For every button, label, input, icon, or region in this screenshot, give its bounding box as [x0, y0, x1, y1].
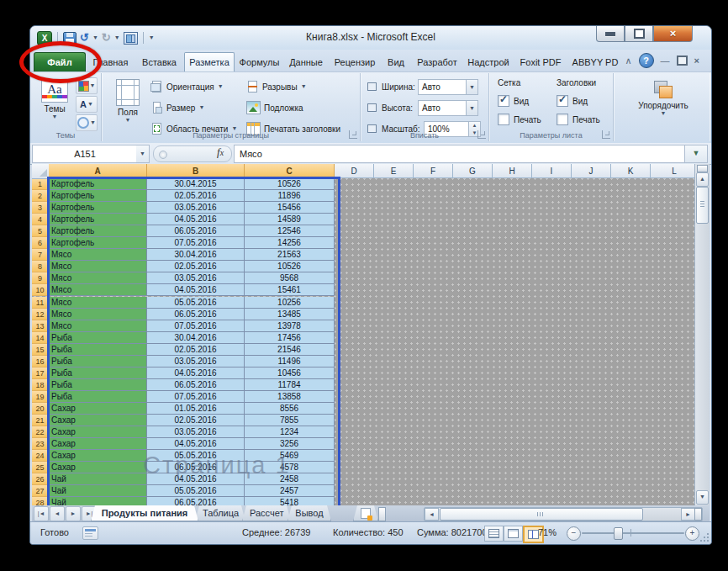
macro-record-icon[interactable]: [82, 526, 98, 540]
cell-B18[interactable]: 06.05.2016: [147, 379, 245, 391]
ribbon-tab-Данные[interactable]: Данные: [284, 53, 328, 71]
cell-A5[interactable]: Картофель: [49, 225, 147, 237]
workbook-close-icon[interactable]: ×: [694, 54, 699, 67]
ribbon-tab-Foxit PDF[interactable]: Foxit PDF: [514, 53, 567, 71]
row-header-15[interactable]: 15: [32, 344, 49, 356]
cell-A15[interactable]: Рыба: [49, 344, 147, 356]
cell-A18[interactable]: Рыба: [49, 379, 147, 391]
cell-C21[interactable]: 7855: [245, 415, 335, 426]
column-header-C[interactable]: C: [245, 164, 335, 178]
cell-B24[interactable]: 05.05.2016: [147, 450, 245, 462]
row-header-2[interactable]: 2: [32, 190, 49, 202]
column-header-H[interactable]: H: [493, 164, 532, 178]
minimize-button[interactable]: [596, 26, 625, 42]
cell-B4[interactable]: 04.05.2016: [147, 214, 245, 225]
row-header-4[interactable]: 4: [32, 214, 49, 225]
tab-split-handle[interactable]: [378, 507, 386, 521]
cell-A20[interactable]: Сахар: [49, 403, 147, 415]
vertical-scrollbar[interactable]: ▲ ▼: [694, 164, 710, 505]
next-sheet-icon[interactable]: ►: [66, 506, 81, 521]
zoom-slider-track[interactable]: [582, 532, 684, 534]
scroll-up-icon[interactable]: ▲: [696, 172, 709, 187]
scrollbar-split-handle[interactable]: [694, 508, 702, 521]
cell-C15[interactable]: 21546: [245, 344, 335, 356]
cell-C13[interactable]: 13978: [245, 320, 335, 332]
column-header-B[interactable]: B: [147, 164, 245, 178]
cell-A10[interactable]: Мясо: [49, 284, 147, 296]
cell-A23[interactable]: Сахар: [49, 438, 147, 450]
cell-A4[interactable]: Картофель: [49, 214, 147, 225]
row-header-17[interactable]: 17: [32, 367, 49, 379]
zoom-level[interactable]: 71%: [538, 527, 557, 537]
orientation-button[interactable]: Ориентация▼: [150, 78, 224, 95]
cell-B22[interactable]: 03.05.2016: [147, 426, 245, 438]
sheet-tab-Продукты питания[interactable]: Продукты питания: [91, 505, 198, 521]
page-layout-view-button[interactable]: [504, 526, 523, 542]
cell-C26[interactable]: 2458: [245, 473, 335, 485]
gridlines-view-checkbox[interactable]: Вид: [498, 95, 529, 107]
row-header-25[interactable]: 25: [32, 462, 49, 473]
row-header-24[interactable]: 24: [32, 450, 49, 462]
cell-B10[interactable]: 04.05.2016: [147, 284, 245, 296]
cell-C11[interactable]: 10256: [245, 297, 335, 309]
height-combo[interactable]: Авто▼: [418, 100, 478, 116]
formula-input[interactable]: Мясо: [234, 145, 689, 163]
cell-C5[interactable]: 12546: [245, 225, 335, 237]
ribbon-tab-Формулы[interactable]: Формулы: [235, 53, 283, 71]
cell-C27[interactable]: 2457: [245, 485, 335, 497]
cell-A25[interactable]: Сахар: [49, 462, 147, 473]
zoom-in-icon[interactable]: +: [685, 526, 699, 541]
cell-B21[interactable]: 02.05.2016: [147, 415, 245, 426]
cell-B5[interactable]: 06.05.2016: [147, 225, 245, 237]
theme-fonts-button[interactable]: А▼: [76, 96, 98, 113]
row-header-10[interactable]: 10: [32, 284, 49, 296]
cell-B23[interactable]: 04.05.2016: [147, 438, 245, 450]
headings-print-checkbox[interactable]: Печать: [557, 114, 600, 125]
cell-C14[interactable]: 17456: [245, 332, 335, 344]
cell-C9[interactable]: 9568: [245, 272, 335, 284]
row-header-6[interactable]: 6: [32, 237, 49, 249]
row-header-3[interactable]: 3: [32, 202, 49, 214]
cell-C19[interactable]: 13858: [245, 391, 335, 403]
row-header-1[interactable]: 1: [32, 178, 49, 190]
workbook-restore-icon[interactable]: [677, 56, 688, 66]
gridlines-print-checkbox[interactable]: Печать: [498, 114, 541, 125]
fit-dialog-launcher[interactable]: [477, 130, 486, 139]
cell-A6[interactable]: Картофель: [49, 237, 147, 249]
insert-function-icon[interactable]: fx: [217, 145, 224, 159]
cell-A19[interactable]: Рыба: [49, 391, 147, 403]
cell-B28[interactable]: 06.05.2016: [147, 497, 245, 505]
cell-B25[interactable]: 06.05.2016: [147, 462, 245, 473]
ribbon-tab-Разработ[interactable]: Разработ: [411, 53, 463, 71]
column-header-D[interactable]: D: [335, 164, 374, 178]
margins-button[interactable]: Поля ▼: [108, 76, 147, 131]
sheet-tab-Рассчет[interactable]: Рассчет: [242, 505, 291, 521]
cell-B6[interactable]: 07.05.2016: [147, 237, 245, 249]
ribbon-tab-Разметка[interactable]: Разметка: [184, 52, 235, 71]
close-button[interactable]: ×: [653, 26, 693, 42]
prev-sheet-icon[interactable]: ◄: [50, 506, 65, 521]
cell-A16[interactable]: Рыба: [49, 356, 147, 367]
row-header-14[interactable]: 14: [32, 332, 49, 344]
row-header-26[interactable]: 26: [32, 473, 49, 485]
cell-A2[interactable]: Картофель: [49, 190, 147, 202]
horizontal-scroll-thumb[interactable]: [440, 508, 643, 521]
cell-B20[interactable]: 01.05.2016: [147, 403, 245, 415]
cell-C17[interactable]: 10456: [245, 367, 335, 379]
column-header-J[interactable]: J: [572, 164, 611, 178]
cell-B17[interactable]: 04.05.2016: [147, 367, 245, 379]
cell-C20[interactable]: 8556: [245, 403, 335, 415]
cell-C4[interactable]: 14589: [245, 214, 335, 225]
scroll-down-icon[interactable]: ▼: [696, 490, 709, 505]
background-button[interactable]: Подложка: [246, 99, 303, 116]
cell-B14[interactable]: 30.04.2016: [147, 332, 245, 344]
cell-B8[interactable]: 02.05.2016: [147, 261, 245, 272]
row-header-18[interactable]: 18: [32, 379, 49, 391]
name-box[interactable]: A151: [32, 145, 138, 163]
width-combo[interactable]: Авто▼: [418, 79, 478, 95]
sheet-tab-Вывод[interactable]: Вывод: [288, 505, 331, 521]
name-box-dropdown-icon[interactable]: ▼: [136, 145, 150, 163]
ribbon-tab-Вид[interactable]: Вид: [382, 53, 410, 71]
headings-view-checkbox[interactable]: Вид: [557, 95, 588, 107]
cell-C23[interactable]: 3256: [245, 438, 335, 450]
